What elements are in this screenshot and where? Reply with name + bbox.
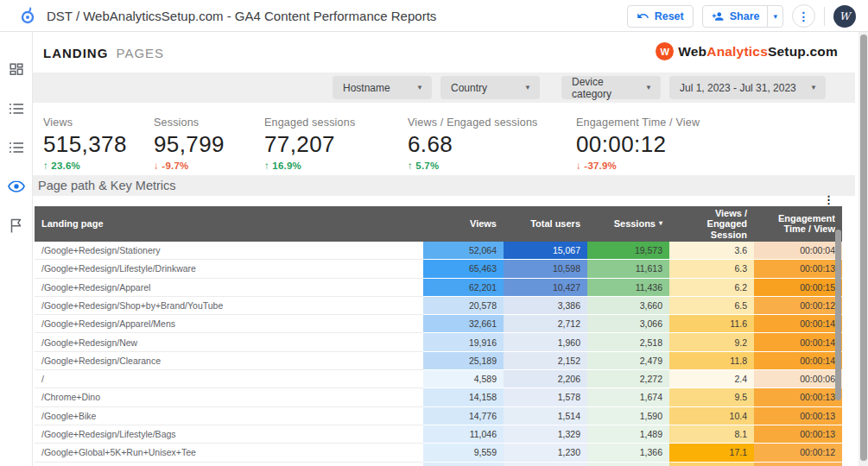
metric-cell: 4,589	[423, 370, 504, 388]
landing-page-cell: /Google+Redesign/New	[35, 333, 423, 351]
filter-chip-hostname[interactable]: Hostname▼	[333, 76, 432, 99]
scorecard-label: Engaged sessions	[264, 116, 355, 129]
metric-cell: 1,104	[504, 463, 587, 466]
table-row[interactable]: /Google+Redesign/New19,9161,9602,5189.20…	[35, 333, 842, 351]
metric-cell: 1,366	[587, 444, 669, 462]
column-header-total-users[interactable]: Total users	[504, 206, 587, 242]
landing-pages-table: Landing pageViewsTotal usersSessions▾Vie…	[35, 206, 842, 466]
looker-studio-logo-icon[interactable]	[19, 6, 36, 25]
metric-cell: 6.5	[669, 297, 754, 315]
brand-logo: W WebAnalyticsSetup.com	[656, 42, 838, 60]
table-row[interactable]: /Google+Redesign/Clearance25,1892,1522,4…	[35, 352, 842, 370]
brand-logo-text: WebAnalyticsSetup.com	[678, 44, 838, 60]
metric-cell: 19,916	[423, 333, 504, 351]
scorecard-engagement-time-view: Engagement Time / View00:00:12↓ -37.9%	[576, 116, 700, 171]
table-more-options-icon[interactable]: ⋮	[823, 194, 834, 205]
scorecard-views: Views515,378↑ 23.6%	[43, 116, 127, 171]
metric-cell: 62,201	[423, 279, 504, 297]
reset-button[interactable]: Reset	[627, 5, 694, 28]
view-eye-icon[interactable]	[8, 178, 25, 195]
metric-cell: 2,152	[504, 352, 587, 370]
trend-arrow-icon: ↑	[408, 161, 413, 171]
metric-cell: 15,067	[504, 242, 587, 260]
metric-cell: 1,195	[587, 463, 669, 466]
column-header-landing-page[interactable]: Landing page	[35, 206, 423, 242]
table-row[interactable]: /Google+Redesign/Apparel62,20110,42711,4…	[35, 279, 842, 297]
metric-cell: 11,436	[587, 279, 669, 297]
table-row[interactable]: /Google+Redesign/Stationery52,06415,0671…	[35, 242, 842, 260]
metric-cell: 11.8	[669, 352, 754, 370]
metric-cell: 6.2	[669, 279, 754, 297]
table-row[interactable]: /Google+Redesign/Lifestyle/Drinkware65,4…	[35, 260, 842, 278]
metric-cell: 00:00:14	[754, 315, 842, 333]
metric-cell: 1,489	[587, 425, 669, 444]
table-row[interactable]: /Google+Global+5K+Run+Unisex+Tee9,5591,2…	[35, 444, 842, 462]
metric-cell: 3,660	[587, 297, 669, 315]
column-header-engagement-time-view[interactable]: Engagement Time / View	[754, 206, 842, 242]
column-header-sessions[interactable]: Sessions▾	[587, 206, 669, 242]
metric-cell: 1,960	[504, 333, 587, 351]
scorecard-delta: ↓ -37.9%	[576, 161, 700, 171]
metric-cell: 00:00:06	[754, 370, 842, 388]
table-row[interactable]: /Google+Redesign/Lifestyle/Bags11,0461,3…	[35, 425, 842, 444]
metric-cell: 3.6	[669, 242, 754, 260]
table-row[interactable]: /store.html11,0241,1041,19511.200:00:11	[35, 463, 842, 466]
topbar-divider	[824, 7, 825, 26]
table-row[interactable]: /Google+Bike14,7761,5141,59010.400:00:13	[35, 407, 842, 425]
share-button[interactable]: Share	[703, 6, 768, 27]
column-header-views-engaged-session[interactable]: Views / Engaged Session	[669, 206, 754, 242]
table-scrollbar[interactable]	[835, 230, 841, 400]
metric-cell: 1,578	[504, 388, 587, 406]
page-navigation-sidebar	[0, 32, 33, 466]
filter-chip-jul-1-2023-jul-31-2023[interactable]: Jul 1, 2023 - Jul 31, 2023▼	[669, 76, 826, 99]
trend-arrow-icon: ↓	[576, 161, 581, 171]
metric-cell: 1,329	[504, 425, 587, 444]
account-avatar[interactable]: W	[833, 5, 856, 28]
scorecard-engaged-sessions: Engaged sessions77,207↑ 16.9%	[264, 116, 355, 171]
share-dropdown-caret[interactable]: ▾	[767, 6, 782, 27]
table-of-contents-icon[interactable]	[8, 100, 25, 117]
kebab-icon: ⋮	[798, 9, 810, 23]
metric-cell: 00:00:13	[754, 260, 842, 278]
undo-icon	[637, 9, 649, 22]
landing-page-cell: /Google+Redesign/Shop+by+Brand/YouTube	[35, 297, 423, 315]
person-add-icon	[711, 10, 725, 22]
flag-icon[interactable]	[8, 217, 25, 234]
scorecard-value: 00:00:12	[576, 131, 700, 158]
table-row[interactable]: /Google+Redesign/Apparel/Mens32,6612,712…	[35, 315, 842, 333]
filter-chip-country[interactable]: Country▼	[440, 76, 540, 99]
metric-cell: 2.4	[669, 370, 754, 388]
metric-cell: 65,463	[423, 260, 504, 278]
metric-cell: 00:00:13	[754, 407, 842, 425]
sort-descending-icon: ▾	[659, 220, 662, 228]
table-row[interactable]: /4,5892,2062,2722.400:00:06	[35, 370, 842, 388]
list-icon[interactable]	[8, 139, 25, 156]
trend-arrow-icon: ↓	[154, 161, 159, 171]
pages-grid-icon[interactable]	[8, 61, 25, 79]
landing-page-cell: /Google+Bike	[35, 407, 423, 425]
scorecard-value: 95,799	[154, 131, 225, 158]
scorecard-delta: ↑ 23.6%	[43, 161, 127, 171]
scorecard-sessions: Sessions95,799↓ -9.7%	[154, 116, 225, 171]
column-header-views[interactable]: Views	[423, 206, 504, 242]
chevron-down-icon: ▼	[416, 84, 423, 91]
metric-cell: 11,613	[587, 260, 669, 278]
more-options-button[interactable]: ⋮	[792, 4, 815, 28]
landing-page-cell: /Google+Redesign/Lifestyle/Bags	[35, 425, 423, 444]
metric-cell: 17.1	[669, 444, 754, 462]
scorecard-delta: ↓ -9.7%	[154, 161, 225, 171]
metric-cell: 9,559	[423, 444, 504, 462]
filter-chip-device-category[interactable]: Device category▼	[561, 76, 661, 99]
metric-cell: 14,776	[423, 407, 504, 425]
metric-cell: 11.6	[669, 315, 754, 333]
table-row[interactable]: /Chrome+Dino14,1581,5781,6749.500:00:13	[35, 388, 842, 406]
reset-button-label: Reset	[655, 10, 684, 22]
scorecard-views-engaged-sessions: Views / Engaged sessions6.68↑ 5.7%	[408, 116, 538, 171]
page-scrollbar-thumb[interactable]	[860, 35, 867, 461]
metric-cell: 1,590	[587, 407, 669, 425]
metric-cell: 00:00:12	[754, 444, 842, 462]
table-row[interactable]: /Google+Redesign/Shop+by+Brand/YouTube20…	[35, 297, 842, 315]
scorecard-value: 77,207	[264, 131, 355, 158]
avatar-monogram: W	[839, 10, 850, 22]
metric-cell: 6.3	[669, 260, 754, 278]
